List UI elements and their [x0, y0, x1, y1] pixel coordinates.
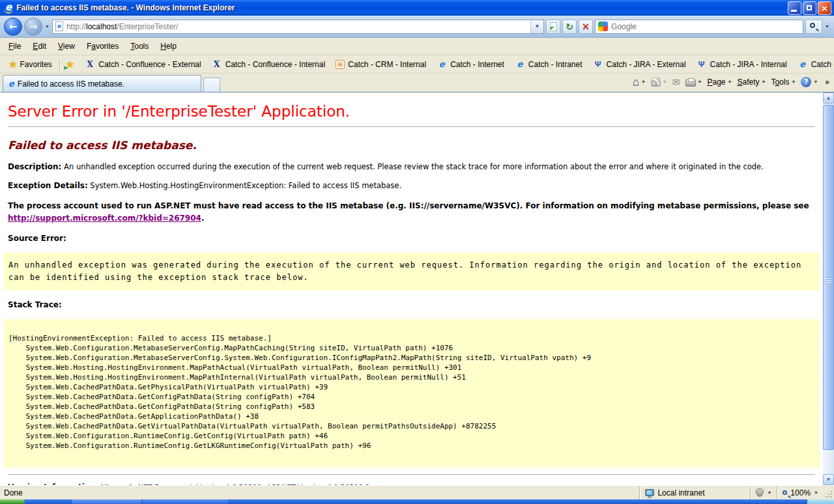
- printer-icon: [685, 79, 696, 87]
- search-options-dropdown-icon[interactable]: ▼: [824, 24, 830, 29]
- print-button[interactable]: ▼: [685, 77, 702, 87]
- status-text: Done: [0, 488, 639, 497]
- support-kb-link[interactable]: http://support.microsoft.com/?kbid=26790…: [8, 214, 201, 223]
- tab-active[interactable]: e Failed to access IIS metabase.: [3, 75, 201, 92]
- refresh-icon: ↻: [566, 20, 573, 33]
- minimize-button[interactable]: [788, 1, 801, 15]
- command-overflow-chevron-icon[interactable]: »: [823, 77, 831, 87]
- source-error-box: An unhandled exception was generated dur…: [3, 253, 820, 290]
- scrollbar-thumb[interactable]: [823, 105, 834, 450]
- help-button[interactable]: ?▼: [801, 77, 818, 87]
- source-error-heading: Source Error:: [8, 234, 815, 243]
- search-button[interactable]: [805, 20, 822, 34]
- search-box[interactable]: [595, 20, 803, 34]
- history-dropdown-icon[interactable]: ▼: [44, 24, 50, 29]
- taskbar-button-edge[interactable]: [72, 499, 141, 504]
- stop-button[interactable]: ×: [579, 20, 593, 34]
- add-to-favorites-bar-button[interactable]: ★ ➤: [63, 57, 79, 72]
- home-button[interactable]: ⌂▼: [633, 77, 646, 87]
- protected-mode-icon: [756, 488, 764, 497]
- url-host: localhost: [86, 22, 117, 31]
- new-tab-button[interactable]: [203, 77, 220, 92]
- security-zone-segment: Local intranet: [639, 486, 750, 499]
- error-subtitle: Failed to access IIS metabase.: [8, 139, 815, 152]
- address-input[interactable]: e http://localhost/EnterpriseTester/ ▼: [52, 20, 544, 34]
- vertical-scrollbar[interactable]: ▲ ▼: [823, 92, 834, 485]
- resize-grip[interactable]: [824, 486, 834, 499]
- menu-bar: File Edit View Favorites Tools Help: [0, 38, 834, 55]
- compatibility-page-icon: [550, 22, 557, 31]
- menu-tools[interactable]: Tools: [124, 39, 154, 53]
- menu-favorites[interactable]: Favorites: [81, 39, 124, 53]
- search-icon: [810, 23, 815, 28]
- favorite-link-confluence-internal[interactable]: XCatch - Confluence - Internal: [207, 58, 330, 71]
- menu-help[interactable]: Help: [154, 39, 182, 53]
- home-icon: ⌂: [633, 77, 639, 87]
- tools-menu-button[interactable]: Tools▼: [771, 77, 796, 87]
- search-input[interactable]: [611, 22, 800, 31]
- address-dropdown-icon[interactable]: ▼: [530, 20, 543, 33]
- favorite-link-internet[interactable]: eCatch - Internet: [431, 57, 510, 71]
- menu-view[interactable]: View: [52, 39, 81, 53]
- jira-icon: Ψ: [593, 60, 603, 69]
- tab-bar: e Failed to access IIS metabase. ⌂▼ ▼ ✉ …: [0, 74, 834, 92]
- crm-icon: iii: [336, 60, 345, 69]
- favorite-link-jira-internal[interactable]: ΨCatch - JIRA - Internal: [691, 58, 792, 71]
- favorites-bar: ★ Favorites ★ ➤ XCatch - Confluence - Ex…: [0, 55, 834, 74]
- add-favorite-arrow-icon: ➤: [63, 64, 68, 71]
- divider: [8, 474, 815, 475]
- metabase-note-paragraph: The process account used to run ASP.NET …: [8, 200, 815, 224]
- refresh-button[interactable]: ↻: [562, 20, 577, 34]
- command-bar: ⌂▼ ▼ ✉ ▼ Page▼ Safety▼ Tools▼ ?▼ »: [633, 74, 831, 92]
- intranet-zone-icon: [645, 489, 654, 496]
- separator: [59, 59, 61, 70]
- page-favicon-icon: e: [55, 21, 63, 31]
- close-button[interactable]: ×: [818, 1, 831, 15]
- menu-edit[interactable]: Edit: [27, 39, 52, 53]
- favorites-button[interactable]: ★ Favorites: [4, 58, 57, 71]
- version-label: Version Information:: [8, 483, 98, 485]
- tab-title: Failed to access IIS metabase.: [18, 79, 124, 89]
- jira-icon: Ψ: [697, 60, 707, 69]
- exception-details-label: Exception Details:: [8, 181, 88, 190]
- scroll-down-button[interactable]: ▼: [823, 474, 834, 485]
- stack-trace-text: [HostingEnvironmentException: Failed to …: [8, 326, 814, 461]
- page-menu-button[interactable]: Page▼: [707, 77, 732, 87]
- zone-label: Local intranet: [657, 488, 704, 497]
- url-path: /EnterpriseTester/: [117, 22, 178, 31]
- forward-button[interactable]: →: [24, 18, 42, 36]
- exception-paragraph: Exception Details: System.Web.Hosting.Ho…: [8, 181, 815, 190]
- favorite-link-intranet[interactable]: eCatch - Intranet: [510, 57, 588, 71]
- stop-icon: ×: [582, 21, 590, 33]
- read-mail-button[interactable]: ✉: [672, 77, 680, 87]
- google-icon: [598, 21, 608, 31]
- back-button[interactable]: ←: [4, 18, 22, 36]
- divider: [8, 126, 815, 127]
- menu-file[interactable]: File: [3, 39, 27, 53]
- status-bar: Done Local intranet ▼ 100% ▼: [0, 485, 834, 499]
- window-title: Failed to access IIS metabase. - Windows…: [16, 3, 788, 12]
- favorites-button-label: Favorites: [20, 60, 51, 69]
- scroll-up-button[interactable]: ▲: [823, 92, 834, 104]
- error-title: Server Error in '/EnterpriseTester' Appl…: [8, 103, 815, 120]
- favorites-star-icon: ★: [8, 60, 17, 69]
- help-icon: ?: [801, 77, 811, 87]
- description-paragraph: Description: An unhandled exception occu…: [8, 162, 815, 171]
- start-button-edge[interactable]: [0, 499, 25, 504]
- protected-mode-segment[interactable]: ▼: [750, 486, 777, 499]
- favorite-link-confluence-external[interactable]: XCatch - Confluence - External: [79, 58, 206, 71]
- ie-icon: e: [515, 59, 525, 69]
- system-tray-edge: [807, 499, 834, 504]
- zoom-control[interactable]: 100% ▼: [777, 486, 824, 499]
- feeds-button[interactable]: ▼: [651, 77, 667, 87]
- close-icon: ×: [818, 2, 831, 14]
- restore-button[interactable]: [803, 1, 816, 15]
- taskbar-button-edge[interactable]: [143, 499, 228, 504]
- url-scheme: http://: [66, 22, 86, 31]
- favorite-link-crm-internal[interactable]: iiiCatch - CRM - Internal: [330, 58, 431, 71]
- compatibility-view-button[interactable]: [546, 20, 560, 34]
- safety-menu-button[interactable]: Safety▼: [737, 77, 766, 87]
- favorite-link-jira-external[interactable]: ΨCatch - JIRA - External: [588, 58, 691, 71]
- favorite-link-outlook[interactable]: eCatch - Microsoft Outlook W...: [792, 57, 834, 71]
- taskbar-sliver: [0, 499, 834, 504]
